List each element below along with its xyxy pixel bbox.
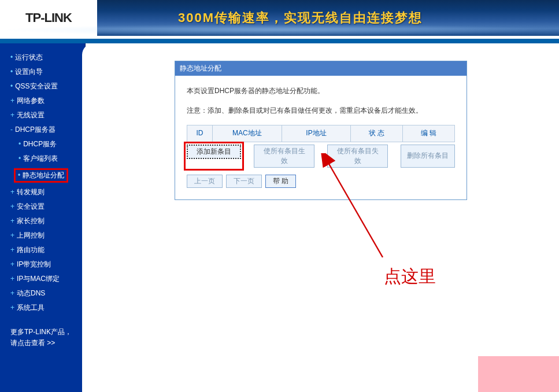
- plus-icon: +: [10, 97, 14, 105]
- plus-icon: +: [10, 202, 14, 210]
- sidebar-label: 客户端列表: [23, 154, 58, 162]
- panel-title: 静态地址分配: [175, 61, 467, 76]
- plus-icon: +: [10, 289, 14, 297]
- brand-logo: TP-LINK: [0, 0, 97, 36]
- action-button-row: 添加新条目 使所有条目生效 使所有条目失效 删除所有条目: [187, 145, 455, 168]
- bullet-icon: •: [18, 171, 20, 179]
- annotation-text: 点这里: [384, 265, 436, 289]
- banner-slogan: 300M传输速率，实现无线自由连接梦想: [178, 9, 423, 27]
- th-id: ID: [187, 125, 213, 142]
- plus-icon: +: [10, 304, 14, 312]
- sidebar-label: 动态DNS: [17, 289, 45, 297]
- plus-icon: +: [10, 260, 14, 268]
- sidebar-footer: 更多TP-LINK产品， 请点击查看 >>: [0, 327, 85, 349]
- bullet-icon: •: [10, 68, 13, 76]
- sidebar-sub-client-list[interactable]: •客户端列表: [0, 151, 85, 166]
- sidebar-label: 系统工具: [17, 304, 45, 312]
- sidebar-item-access[interactable]: +上网控制: [0, 228, 85, 243]
- sidebar-sub-static-assign[interactable]: •静态地址分配: [0, 166, 85, 185]
- sidebar-item-security[interactable]: +安全设置: [0, 199, 85, 214]
- sidebar-item-status[interactable]: •运行状态: [0, 50, 85, 65]
- assignment-table: ID MAC地址 IP地址 状 态 编 辑: [187, 125, 455, 142]
- panel-body: 本页设置DHCP服务器的静态地址分配功能。 注意：添加、删除条目或对已有条目做任…: [175, 76, 467, 199]
- plus-icon: +: [10, 275, 14, 283]
- header-divider-blue: [0, 39, 559, 43]
- sidebar-item-wizard[interactable]: •设置向导: [0, 65, 85, 79]
- add-entry-button[interactable]: 添加新条目: [187, 145, 241, 159]
- th-mac: MAC地址: [212, 125, 282, 142]
- prev-page-button[interactable]: 上一页: [187, 175, 223, 188]
- sidebar-item-parental[interactable]: +家长控制: [0, 214, 85, 228]
- plus-icon: +: [10, 111, 14, 119]
- sidebar-label: IP带宽控制: [17, 260, 51, 268]
- panel-description: 本页设置DHCP服务器的静态地址分配功能。: [187, 85, 455, 98]
- sidebar-label: 运行状态: [15, 53, 43, 61]
- bullet-icon: •: [10, 53, 13, 61]
- th-ip: IP地址: [282, 125, 351, 142]
- sidebar-item-qss[interactable]: •QSS安全设置: [0, 79, 85, 94]
- plus-icon: +: [10, 231, 14, 239]
- disable-all-button[interactable]: 使所有条目失效: [327, 145, 388, 168]
- highlight-marker: 添加新条目: [184, 142, 244, 171]
- enable-all-button[interactable]: 使所有条目生效: [254, 145, 314, 168]
- minus-icon: -: [10, 125, 13, 134]
- sidebar-item-routing[interactable]: +路由功能: [0, 243, 85, 257]
- footer-line1: 更多TP-LINK产品，: [10, 327, 75, 338]
- footer-link[interactable]: 请点击查看 >>: [10, 338, 75, 349]
- sidebar-label: 上网控制: [17, 231, 45, 239]
- sidebar-label: 转发规则: [17, 188, 45, 196]
- bullet-icon: •: [18, 140, 21, 148]
- sidebar-item-bandwidth[interactable]: +IP带宽控制: [0, 257, 85, 272]
- highlight-marker: •静态地址分配: [14, 168, 68, 183]
- help-button[interactable]: 帮 助: [265, 175, 296, 188]
- sidebar-sub-dhcp-service[interactable]: •DHCP服务: [0, 137, 85, 151]
- sidebar-item-wireless[interactable]: +无线设置: [0, 108, 85, 123]
- sidebar-label: 静态地址分配: [23, 171, 64, 179]
- panel-note: 注意：添加、删除条目或对已有条目做任何更改，需重启本设备后才能生效。: [187, 105, 455, 117]
- sidebar-label: 家长控制: [17, 217, 45, 225]
- sidebar-label: 无线设置: [17, 111, 45, 119]
- pagination-row: 上一页 下一页 帮 助: [187, 172, 455, 190]
- next-page-button[interactable]: 下一页: [226, 175, 262, 188]
- sidebar-label: QSS安全设置: [15, 82, 57, 90]
- sidebar-item-network[interactable]: +网络参数: [0, 94, 85, 108]
- header-banner: TP-LINK 300M传输速率，实现无线自由连接梦想: [0, 0, 559, 36]
- delete-all-button[interactable]: 删除所有条目: [401, 145, 455, 168]
- watermark-block: [478, 356, 559, 392]
- sidebar-nav: •运行状态 •设置向导 •QSS安全设置 +网络参数 +无线设置 -DHCP服务…: [0, 43, 86, 392]
- sidebar-item-forward[interactable]: +转发规则: [0, 185, 85, 199]
- th-edit: 编 辑: [403, 125, 455, 142]
- sidebar-label: 路由功能: [17, 246, 45, 254]
- bullet-icon: •: [10, 82, 13, 90]
- sidebar-item-ddns[interactable]: +动态DNS: [0, 286, 85, 301]
- sidebar-label: DHCP服务器: [15, 125, 55, 134]
- sidebar-item-systools[interactable]: +系统工具: [0, 301, 85, 315]
- sidebar-label: 设置向导: [15, 68, 43, 76]
- plus-icon: +: [10, 217, 14, 225]
- content-area: 静态地址分配 本页设置DHCP服务器的静态地址分配功能。 注意：添加、删除条目或…: [82, 43, 559, 392]
- bullet-icon: •: [18, 154, 21, 162]
- sidebar-label: IP与MAC绑定: [17, 275, 60, 283]
- plus-icon: +: [10, 188, 14, 196]
- th-status: 状 态: [351, 125, 403, 142]
- sidebar-label: DHCP服务: [23, 140, 57, 148]
- sidebar-item-dhcp[interactable]: -DHCP服务器: [0, 123, 85, 137]
- sidebar-label: 安全设置: [17, 202, 45, 210]
- sidebar-label: 网络参数: [17, 97, 45, 105]
- table-header-row: ID MAC地址 IP地址 状 态 编 辑: [187, 125, 455, 142]
- plus-icon: +: [10, 246, 14, 254]
- static-assign-panel: 静态地址分配 本页设置DHCP服务器的静态地址分配功能。 注意：添加、删除条目或…: [175, 61, 467, 200]
- sidebar-item-ipmac[interactable]: +IP与MAC绑定: [0, 272, 85, 286]
